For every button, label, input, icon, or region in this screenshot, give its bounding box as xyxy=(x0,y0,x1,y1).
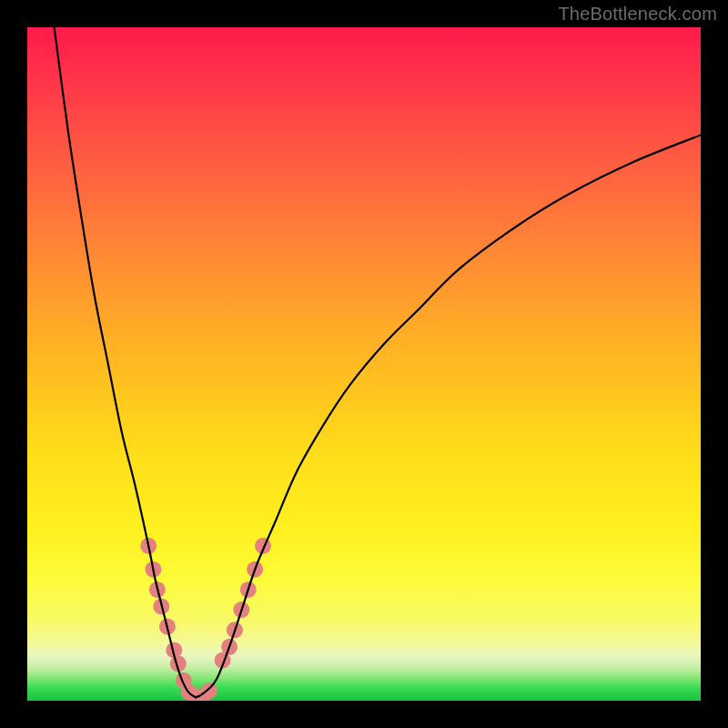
series-right-curve xyxy=(196,135,701,697)
series-left-curve xyxy=(55,27,196,697)
watermark-text: TheBottleneck.com xyxy=(558,4,717,25)
highlight-dots-layer xyxy=(140,538,271,701)
plot-area xyxy=(27,27,701,701)
curve-lines-layer xyxy=(55,27,701,697)
highlight-dot-left-12 xyxy=(201,682,217,699)
chart-svg xyxy=(27,27,701,701)
chart-frame: TheBottleneck.com xyxy=(0,0,728,728)
